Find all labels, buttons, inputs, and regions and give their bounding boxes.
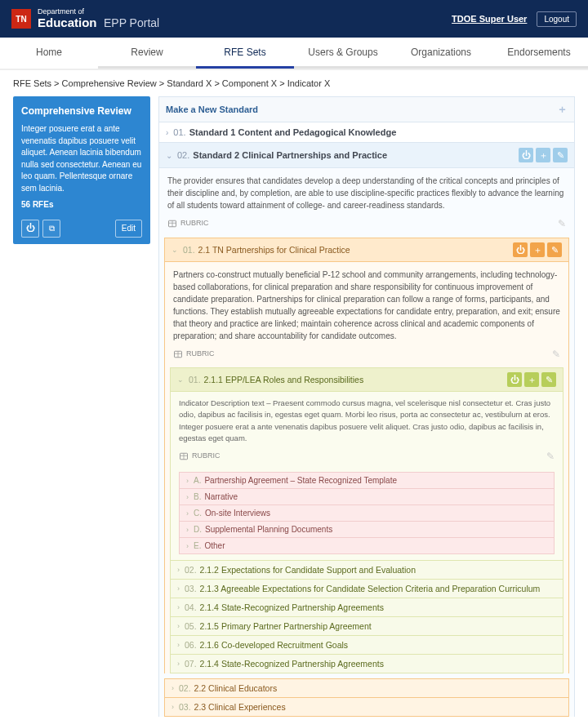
tab-home[interactable]: Home bbox=[0, 38, 98, 69]
chevron-down-icon: ⌄ bbox=[177, 376, 184, 384]
sidebar-rfes: 56 RFEs bbox=[21, 199, 142, 211]
power-icon[interactable]: ⏻ bbox=[507, 372, 522, 387]
component-2-2-row[interactable]: ›02.2.2 Clinical Educators bbox=[164, 678, 569, 698]
dept-label: Department of bbox=[38, 8, 159, 16]
indicator-2-1-3-row[interactable]: ›03.2.1.3 Agreeable Expectations for Can… bbox=[170, 579, 564, 598]
chevron-down-icon: ⌄ bbox=[172, 246, 178, 254]
component-2-3-row[interactable]: ›03.2.3 Clinical Experiences bbox=[164, 697, 569, 717]
indicator-2-1-2-row[interactable]: ›02.2.1.2 Expectations for Candidate Sup… bbox=[170, 560, 564, 580]
rubric-icon bbox=[167, 219, 177, 229]
plus-icon[interactable]: ＋ bbox=[530, 242, 545, 257]
edit-button[interactable]: Edit bbox=[115, 220, 142, 238]
pencil-icon[interactable]: ✎ bbox=[546, 449, 555, 464]
power-icon[interactable]: ⏻ bbox=[519, 148, 533, 162]
chevron-right-icon: › bbox=[166, 128, 168, 137]
education-label: Education bbox=[38, 16, 97, 29]
indicator-2-1-7-row[interactable]: ›07.2.1.4 State-Recognized Partnership A… bbox=[170, 654, 564, 673]
sidebar-card: Comprehensive Review Integer posuere era… bbox=[13, 96, 150, 244]
item-b-row[interactable]: ›B.Narrative bbox=[179, 488, 555, 505]
tab-users-groups[interactable]: Users & Groups bbox=[294, 38, 392, 69]
item-c-row[interactable]: ›C.On-site Interviews bbox=[179, 504, 555, 522]
indicator-2-1-6-row[interactable]: ›06.2.1.6 Co-developed Recruitment Goals bbox=[170, 635, 564, 655]
edit-icon[interactable]: ✎ bbox=[553, 148, 568, 162]
standard-2-desc: The provider ensures that candidates dev… bbox=[158, 168, 575, 238]
tab-organizations[interactable]: Organizations bbox=[392, 38, 490, 69]
rubric-icon bbox=[173, 349, 183, 359]
indicator-2-1-5-row[interactable]: ›05.2.1.5 Primary Partner Partnership Ag… bbox=[170, 616, 564, 636]
tab-rfe-sets[interactable]: RFE Sets bbox=[196, 38, 294, 69]
edit-icon[interactable]: ✎ bbox=[541, 372, 556, 387]
plus-icon[interactable]: ＋ bbox=[536, 148, 550, 162]
main-tabs: Home Review RFE Sets Users & Groups Orga… bbox=[0, 38, 588, 70]
power-icon[interactable]: ⏻ bbox=[513, 242, 528, 257]
breadcrumb: RFE Sets > Comprehensive Review > Standa… bbox=[0, 70, 588, 96]
topbar: TN Department of Education EPP Portal TD… bbox=[0, 0, 588, 38]
indicator-2-1-4-row[interactable]: ›04.2.1.4 State-Recognized Partnership A… bbox=[170, 598, 564, 617]
portal-label: EPP Portal bbox=[104, 16, 159, 29]
indicator-2-1-1-row[interactable]: ⌄ 01. 2.1.1 EPP/LEA Roles and Responsibi… bbox=[170, 367, 564, 392]
sidebar-title: Comprehensive Review bbox=[21, 104, 142, 118]
tab-endorsements[interactable]: Endorsements bbox=[490, 38, 588, 69]
item-e-row[interactable]: ›E.Other bbox=[179, 537, 555, 554]
power-icon[interactable]: ⏻ bbox=[21, 220, 39, 238]
item-a-row[interactable]: ›A.Partnership Agreement – State Recogni… bbox=[179, 472, 555, 489]
pencil-icon[interactable]: ✎ bbox=[558, 216, 566, 231]
copy-icon[interactable]: ⧉ bbox=[42, 220, 60, 238]
make-new-standard[interactable]: Make a New Standard ＋ bbox=[158, 96, 575, 122]
tab-review[interactable]: Review bbox=[98, 38, 196, 69]
component-2-1-desc: Partners co-construct mutually beneficia… bbox=[164, 262, 569, 368]
chevron-down-icon: ⌄ bbox=[166, 151, 172, 160]
brand: Department of Education EPP Portal bbox=[38, 8, 159, 30]
standard-1-row[interactable]: › 01. Standard 1 Content and Pedagogical… bbox=[158, 122, 575, 143]
plus-icon[interactable]: ＋ bbox=[524, 372, 539, 387]
user-link[interactable]: TDOE Super User bbox=[452, 14, 527, 24]
component-2-1-row[interactable]: ⌄ 01. 2.1 TN Partnerships for Clinical P… bbox=[164, 238, 569, 262]
indicator-2-1-1-desc: Indicator Description text – Praesent co… bbox=[170, 392, 564, 469]
tn-logo: TN bbox=[11, 9, 31, 29]
logout-button[interactable]: Logout bbox=[537, 11, 577, 27]
sidebar-body: Integer posuere erat a ante venenatis da… bbox=[21, 123, 142, 194]
item-d-row[interactable]: ›D.Supplemental Planning Documents bbox=[179, 521, 555, 538]
pencil-icon[interactable]: ✎ bbox=[552, 347, 560, 362]
rubric-icon bbox=[179, 451, 189, 461]
edit-icon[interactable]: ✎ bbox=[547, 242, 562, 257]
standard-2-row[interactable]: ⌄ 02. Standard 2 Clinical Partnerships a… bbox=[158, 143, 575, 168]
plus-icon[interactable]: ＋ bbox=[557, 102, 568, 117]
